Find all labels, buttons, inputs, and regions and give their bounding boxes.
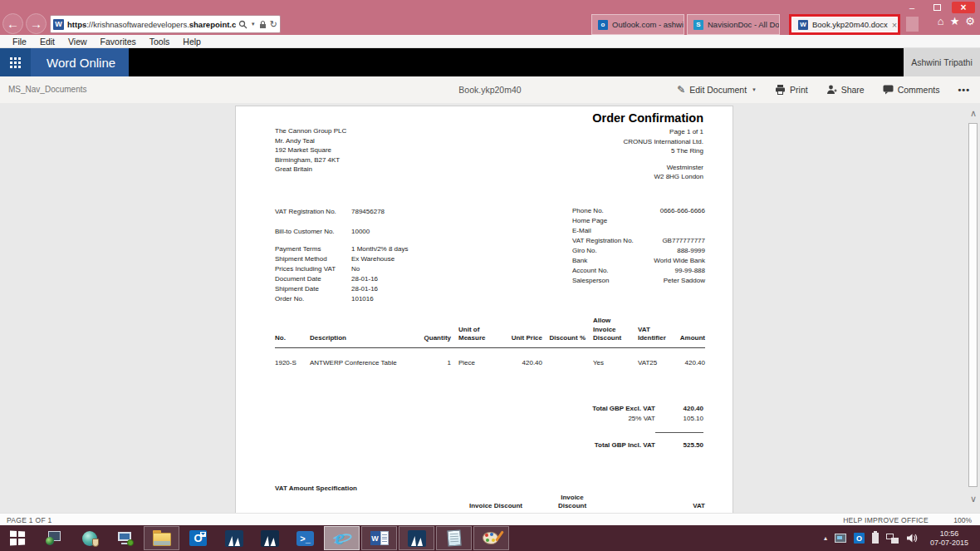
edit-document-button[interactable]: ✎ Edit Document ▼ xyxy=(677,84,757,96)
printer-icon xyxy=(775,85,786,95)
browser-action-icons: ⌂ ★ ⚙ xyxy=(938,16,975,27)
menu-edit[interactable]: Edit xyxy=(34,37,61,47)
sharepoint-favicon: S xyxy=(693,20,703,30)
dynamics-nav-icon-2[interactable] xyxy=(252,525,287,551)
app-launcher-button[interactable] xyxy=(0,48,31,76)
outlook-favicon: o xyxy=(598,20,608,30)
word-online-command-bar: MS_Nav_Documents Book.ykp20m40 ✎ Edit Do… xyxy=(0,76,980,103)
tab-close-icon[interactable]: × xyxy=(892,20,897,30)
comment-bubble-icon xyxy=(883,85,894,95)
browser-menubar: File Edit View Favorites Tools Help xyxy=(0,35,980,48)
dynamics-nav-icon[interactable] xyxy=(216,525,252,551)
command-buttons: ✎ Edit Document ▼ Print Share Comments •… xyxy=(677,76,970,103)
company-address: Page 1 of 1 CRONUS International Ltd. 5 … xyxy=(624,127,704,182)
tab-label: Book.ykp20m40.docx xyxy=(812,20,888,29)
system-tray: ▴ O 10:56 07-07-2015 xyxy=(824,525,980,551)
remote-app-icon[interactable] xyxy=(36,525,71,551)
share-button[interactable]: Share xyxy=(826,85,865,95)
scroll-down-icon[interactable]: ∨ xyxy=(970,494,977,504)
search-icon[interactable] xyxy=(238,20,247,29)
settings-gear-icon[interactable]: ⚙ xyxy=(965,16,975,27)
refresh-icon[interactable]: ↻ xyxy=(270,20,277,29)
tab-label: NavisionDoc - All Docu... xyxy=(708,20,780,29)
search-dropdown-icon[interactable]: ▼ xyxy=(251,22,256,27)
table-header-row: No. Description Quantity Unit of Measure… xyxy=(275,317,705,347)
computer-icon[interactable] xyxy=(107,525,143,551)
word-icon[interactable]: W xyxy=(361,526,397,550)
tray-expand-icon[interactable]: ▴ xyxy=(824,534,827,542)
document-title: Order Confirmation xyxy=(592,111,703,125)
pencil-icon: ✎ xyxy=(677,84,685,96)
maximize-button[interactable] xyxy=(927,2,947,13)
help-improve-office-link[interactable]: HELP IMPROVE OFFICE xyxy=(843,516,929,524)
close-button[interactable]: × xyxy=(952,2,975,13)
menu-favorites[interactable]: Favorites xyxy=(95,37,142,47)
table-row: 1920-S ANTWERP Conference Table 1 Piece … xyxy=(275,347,705,367)
tab-strip: o Outlook.com - ashwinitri... S Navision… xyxy=(591,14,919,35)
totals-block: Total GBP Excl. VAT420.40 25% VAT105.10 … xyxy=(521,404,703,450)
comments-button[interactable]: Comments xyxy=(883,85,940,95)
tab-navisiondoc[interactable]: S NavisionDoc - All Docu... xyxy=(687,14,780,35)
more-commands-button[interactable]: ••• xyxy=(958,85,970,95)
taskbar-clock[interactable]: 10:56 07-07-2015 xyxy=(925,529,973,548)
powershell-icon[interactable]: >_ xyxy=(287,525,323,551)
address-bar[interactable]: W https://krishnasoftwaredevelopers.shar… xyxy=(50,15,281,33)
share-person-icon xyxy=(826,85,837,95)
back-button[interactable]: ← xyxy=(2,13,23,34)
new-tab-button[interactable] xyxy=(906,17,919,32)
minimize-button[interactable]: – xyxy=(902,2,922,13)
tab-outlook[interactable]: o Outlook.com - ashwinitri... xyxy=(591,14,684,35)
clock-date: 07-07-2015 xyxy=(930,539,968,547)
menu-view[interactable]: View xyxy=(62,37,93,47)
menu-file[interactable]: File xyxy=(7,37,32,47)
paint-icon[interactable] xyxy=(473,526,509,550)
zoom-level[interactable]: 100% xyxy=(953,516,972,524)
tray-outlook-icon[interactable]: O xyxy=(854,533,865,544)
page-count: Page 1 of 1 xyxy=(624,127,704,137)
order-details-right: Phone No.0666-666-6666 Home Page E-Mail … xyxy=(572,206,705,286)
office-suite-bar: Word Online Ashwini Tripathi xyxy=(0,48,980,76)
internet-globe-icon[interactable] xyxy=(71,525,107,551)
menu-help[interactable]: Help xyxy=(177,37,207,47)
word-favicon: W xyxy=(798,20,808,30)
suite-bar-fill xyxy=(129,48,904,76)
start-button[interactable] xyxy=(0,525,36,551)
notepad-icon[interactable] xyxy=(436,526,472,550)
browser-titlebar: – × ← → W https://krishnasoftwaredevelop… xyxy=(0,0,980,35)
tab-book-docx-active[interactable]: W Book.ykp20m40.docx × xyxy=(791,17,898,32)
tray-system-icon[interactable] xyxy=(835,534,846,543)
taskbar: O >_ e W ▴ O xyxy=(0,525,980,551)
recipient-address: The Cannon Group PLC Mr. Andy Teal 192 M… xyxy=(275,126,346,175)
order-details-left: VAT Registration No.789456278 Bill-to Cu… xyxy=(275,207,466,304)
forward-button[interactable]: → xyxy=(26,13,47,34)
scroll-up-icon[interactable]: ∧ xyxy=(970,108,977,119)
dynamics-nav-icon-3[interactable] xyxy=(399,526,434,550)
file-explorer-icon[interactable] xyxy=(144,526,179,550)
network-icon[interactable] xyxy=(886,534,899,544)
windows-logo-icon xyxy=(10,531,25,545)
tab-label: Outlook.com - ashwinitri... xyxy=(612,20,684,29)
address-bar-icons: ▼ ↻ xyxy=(236,20,277,29)
scrollbar-thumb[interactable] xyxy=(968,123,978,487)
user-name[interactable]: Ashwini Tripathi xyxy=(904,48,980,76)
favorites-star-icon[interactable]: ★ xyxy=(950,16,960,27)
document-viewport: Order Confirmation The Cannon Group PLC … xyxy=(0,103,980,513)
internet-explorer-icon[interactable]: e xyxy=(324,526,360,550)
outlook-icon[interactable]: O xyxy=(180,525,216,551)
battery-icon[interactable] xyxy=(872,533,879,544)
url-text: https://krishnasoftwaredevelopers.sharep… xyxy=(67,20,236,29)
line-items-table: No. Description Quantity Unit of Measure… xyxy=(275,317,705,367)
window-controls: – × xyxy=(902,2,975,13)
vat-spec-header-row: Invoice Discount Invoice Discount VAT xyxy=(275,494,705,510)
print-button[interactable]: Print xyxy=(775,85,808,95)
home-icon[interactable]: ⌂ xyxy=(938,16,944,27)
menu-tools[interactable]: Tools xyxy=(144,37,176,47)
word-favicon: W xyxy=(53,19,64,30)
desktop-screen: – × ← → W https://krishnasoftwaredevelop… xyxy=(0,0,980,551)
lock-icon xyxy=(259,20,267,29)
vat-spec-title: VAT Amount Specification xyxy=(275,485,357,492)
volume-icon[interactable] xyxy=(906,533,918,544)
app-launcher-icon xyxy=(10,57,21,68)
page-status: PAGE 1 OF 1 xyxy=(7,516,52,524)
maximize-icon xyxy=(933,4,941,11)
